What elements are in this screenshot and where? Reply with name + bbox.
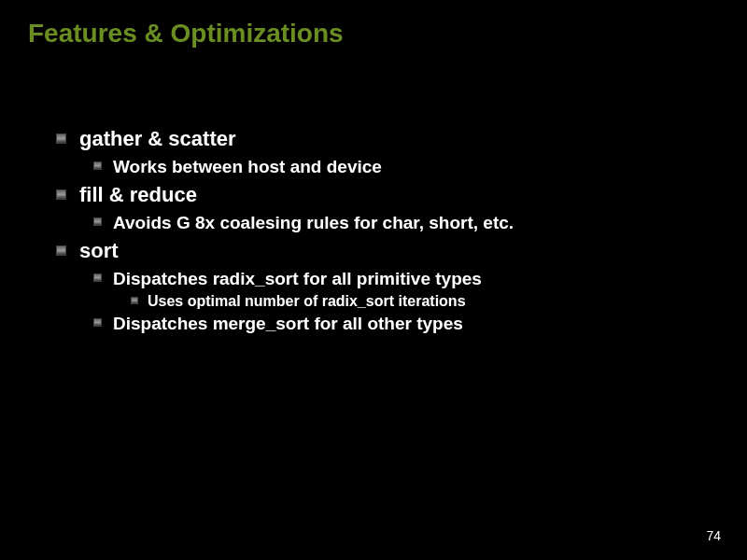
- bullet-l2: Works between host and device: [93, 157, 710, 177]
- slide-title: Features & Optimizations: [28, 19, 344, 49]
- bullet-l1: sort: [56, 239, 710, 263]
- bullet-text: Dispatches merge_sort for all other type…: [113, 314, 463, 333]
- bullet-l1: gather & scatter: [56, 127, 710, 151]
- bullet-icon: [56, 245, 66, 256]
- bullet-icon: [93, 161, 102, 170]
- bullet-text: fill & reduce: [79, 183, 197, 206]
- slide: Features & Optimizations gather & scatte…: [0, 0, 747, 560]
- bullet-text: Works between host and device: [113, 157, 382, 176]
- bullet-text: sort: [79, 239, 119, 262]
- slide-content: gather & scatter Works between host and …: [56, 121, 710, 338]
- bullet-text: Uses optimal number of radix_sort iterat…: [148, 293, 466, 309]
- bullet-icon: [93, 217, 102, 226]
- bullet-l3: Uses optimal number of radix_sort iterat…: [131, 293, 710, 310]
- bullet-l2: Dispatches radix_sort for all primitive …: [93, 269, 710, 289]
- bullet-icon: [131, 297, 138, 304]
- bullet-text: Dispatches radix_sort for all primitive …: [113, 269, 482, 288]
- bullet-text: Avoids G 8x coalesing rules for char, sh…: [113, 213, 514, 232]
- bullet-l2: Dispatches merge_sort for all other type…: [93, 314, 710, 334]
- bullet-l1: fill & reduce: [56, 183, 710, 207]
- bullet-icon: [93, 273, 102, 282]
- bullet-text: gather & scatter: [79, 127, 236, 150]
- bullet-l2: Avoids G 8x coalesing rules for char, sh…: [93, 213, 710, 233]
- bullet-icon: [56, 189, 66, 200]
- bullet-icon: [56, 133, 66, 144]
- bullet-icon: [93, 318, 102, 327]
- page-number: 74: [706, 528, 721, 543]
